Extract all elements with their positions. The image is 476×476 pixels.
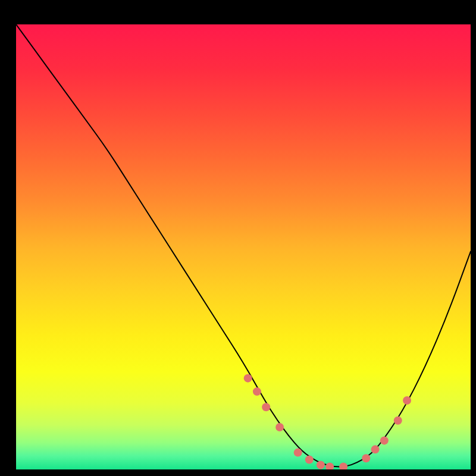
chart-wrapper: TheBottleneck.com — [0, 0, 476, 476]
marker-dot — [275, 423, 284, 431]
marker-dot — [262, 403, 270, 411]
curve-layer — [16, 24, 471, 469]
marker-dot — [371, 445, 380, 453]
marker-dot — [394, 416, 402, 425]
marker-dot — [403, 396, 411, 405]
marker-points — [244, 374, 411, 469]
marker-dot — [362, 454, 370, 462]
marker-dot — [244, 374, 252, 383]
marker-dot — [325, 463, 334, 469]
plot-area — [16, 24, 471, 469]
bottleneck-curve — [16, 24, 471, 467]
marker-dot — [294, 449, 302, 457]
marker-dot — [253, 387, 261, 396]
plot-frame — [5, 5, 471, 471]
marker-dot — [305, 456, 314, 464]
marker-dot — [317, 461, 325, 469]
marker-dot — [339, 463, 347, 469]
marker-dot — [380, 436, 389, 444]
